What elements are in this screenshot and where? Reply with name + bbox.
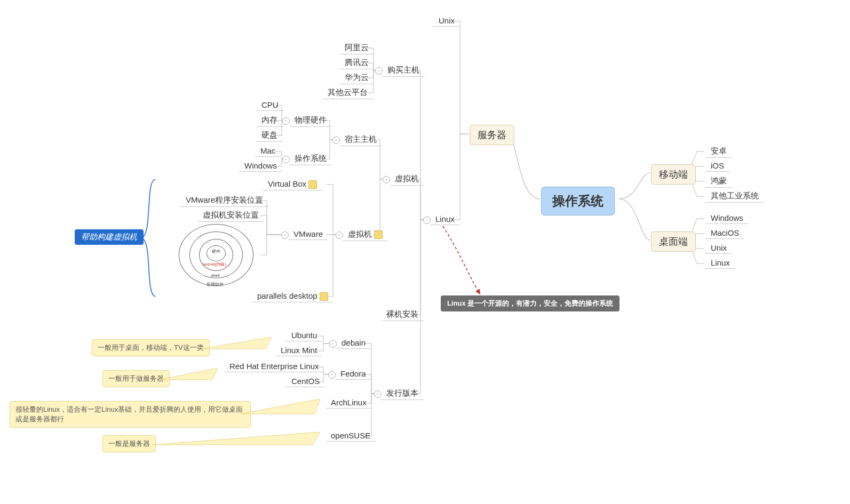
leaf-mint[interactable]: Linux Mint [275,345,322,356]
node-hw[interactable]: 物理硬件 [289,114,332,127]
leaf-bare[interactable]: 裸机安装 [381,308,424,321]
tag-vm-help: 帮助构建虚拟机 [75,229,144,245]
leaf-parallels[interactable]: parallels desktop [252,290,333,302]
leaf-win[interactable]: Windows [239,160,282,172]
leaf-ubuntu[interactable]: Ubuntu [286,330,322,341]
sticker-suse: 一般是服务器 [102,435,156,452]
leaf-unix-desktop[interactable]: Unix [705,242,732,254]
toggle-vm[interactable]: - [383,176,390,183]
toggle-fedora[interactable]: - [328,371,336,379]
leaf-ios[interactable]: iOS [705,160,729,172]
leaf-vmware[interactable]: VMware [288,228,328,240]
node-vmsoft[interactable]: 虚拟机 [343,228,388,241]
leaf-android[interactable]: 安卓 [705,145,732,158]
branch-mobile[interactable]: 移动端 [651,164,696,185]
leaf-rhel[interactable]: Red Hat Enterprise Linux [224,361,324,372]
leaf-suse[interactable]: openSUSE [325,430,376,442]
leaf-linux-desktop[interactable]: Linux [705,257,735,269]
leaf-vmware-install[interactable]: VMware程序安装位置 [180,194,268,207]
node-debian[interactable]: debain [336,337,371,349]
leaf-cpu[interactable]: CPU [256,99,284,111]
ring-l3: shell [211,273,219,278]
ring-l4: 应用软件 [206,282,224,287]
toggle-host[interactable]: - [332,137,340,144]
toggle-vmware[interactable]: - [281,231,289,239]
leaf-mem[interactable]: 内存 [256,114,283,127]
sticker-debian: 一般用于桌面，移动端，TV这一类 [92,339,210,356]
sticker-fedora: 一般用于做服务器 [102,370,170,387]
toggle-hw[interactable]: - [282,117,290,125]
leaf-unix[interactable]: Unix [433,15,460,27]
note-icon [374,230,383,239]
leaf-aliyun[interactable]: 阿里云 [339,42,374,54]
node-dist[interactable]: 发行版本 [381,387,424,400]
branch-desktop[interactable]: 桌面端 [651,231,696,252]
toggle-linux[interactable]: - [423,217,431,224]
node-buyhost[interactable]: 购买主机 [382,64,425,77]
leaf-centos[interactable]: CentOS [286,375,325,387]
sticker-arch: 很轻量的Linux，适合有一定Linux基础，并且爱折腾的人使用，用它做桌面或是… [10,401,251,428]
node-os[interactable]: 操作系统 [289,153,332,165]
ring-l2: kernel(内核) [203,261,226,267]
leaf-disk[interactable]: 硬盘 [256,129,283,142]
callout-linux: Linux 是一个开源的，有潜力，安全，免费的操作系统 [441,295,619,311]
leaf-linux[interactable]: Linux [430,213,460,225]
leaf-macios[interactable]: MaciOS [705,227,744,239]
toggle-buyhost[interactable]: - [375,67,383,75]
ring-l1: 硬件 [212,249,220,254]
leaf-huawei[interactable]: 华为云 [339,71,374,84]
rings-diagram: 硬件 kernel(内核) shell 应用软件 [173,223,259,287]
leaf-mac[interactable]: Mac [255,145,281,157]
root-node[interactable]: 操作系统 [541,187,615,215]
toggle-debian[interactable]: - [329,340,337,348]
note-icon [308,180,317,189]
toggle-dist[interactable]: - [374,390,382,398]
node-host[interactable]: 宿主主机 [339,133,382,146]
leaf-windows[interactable]: Windows [705,212,749,224]
leaf-othercloud[interactable]: 其他云平台 [322,86,373,99]
branch-server[interactable]: 服务器 [470,125,514,145]
toggle-os[interactable]: - [282,156,290,163]
leaf-other-industrial[interactable]: 其他工业系统 [705,190,764,203]
node-vm[interactable]: 虚拟机 [390,173,424,186]
root-label: 操作系统 [552,194,603,208]
toggle-vmsoft[interactable]: - [336,231,343,239]
leaf-harmony[interactable]: 鸿蒙 [705,175,732,188]
leaf-vbox[interactable]: Virtual Box [263,178,322,190]
leaf-tencent[interactable]: 腾讯云 [339,57,374,69]
note-icon [320,292,328,301]
leaf-vm-install[interactable]: 虚拟机安装位置 [197,209,264,222]
node-fedora[interactable]: Fedora [335,368,371,380]
leaf-arch[interactable]: ArchLinux [325,397,372,409]
